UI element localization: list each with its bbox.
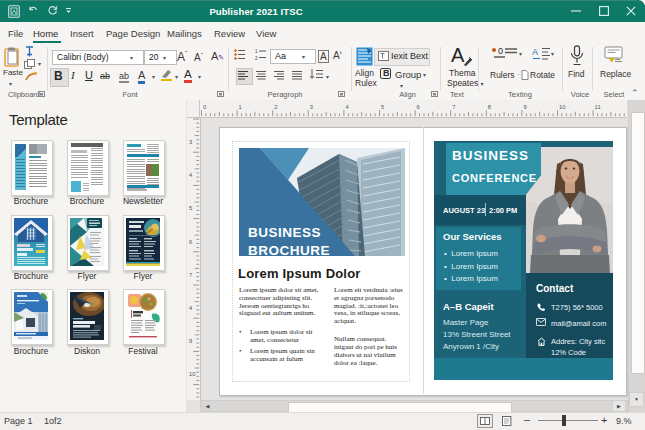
svg-text:0: 0 xyxy=(498,46,503,56)
svg-text:BUSINESS: BUSINESS xyxy=(248,225,321,240)
svg-text:2: 2 xyxy=(255,56,258,61)
svg-text:BROCHURE: BROCHURE xyxy=(248,243,330,256)
svg-text:1: 1 xyxy=(255,49,258,54)
svg-text:A: A xyxy=(532,47,538,57)
